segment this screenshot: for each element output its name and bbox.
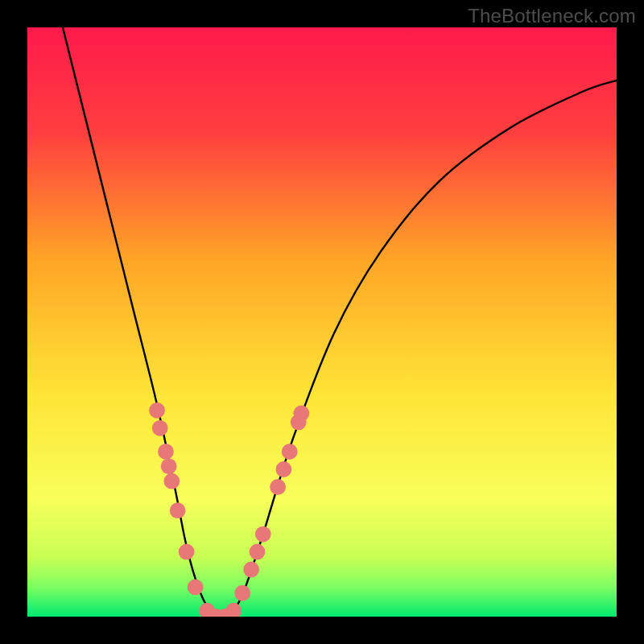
- data-point: [161, 458, 177, 474]
- data-point: [163, 473, 180, 489]
- data-point: [188, 580, 204, 596]
- data-point: [234, 585, 250, 601]
- data-point: [276, 461, 292, 477]
- chart-frame: TheBottleneck.com: [0, 0, 644, 644]
- gradient-background: [27, 27, 617, 617]
- data-point: [170, 502, 186, 518]
- bottleneck-chart: [27, 27, 617, 617]
- data-point: [152, 420, 168, 436]
- data-point: [243, 562, 259, 578]
- data-point: [293, 406, 309, 422]
- data-point: [158, 444, 174, 460]
- data-point: [179, 544, 195, 560]
- data-point: [250, 544, 266, 560]
- data-point: [270, 479, 286, 495]
- data-point: [149, 402, 165, 419]
- data-point: [282, 444, 298, 460]
- watermark-text: TheBottleneck.com: [468, 5, 636, 27]
- data-point: [255, 526, 271, 543]
- plot-area: [27, 27, 617, 617]
